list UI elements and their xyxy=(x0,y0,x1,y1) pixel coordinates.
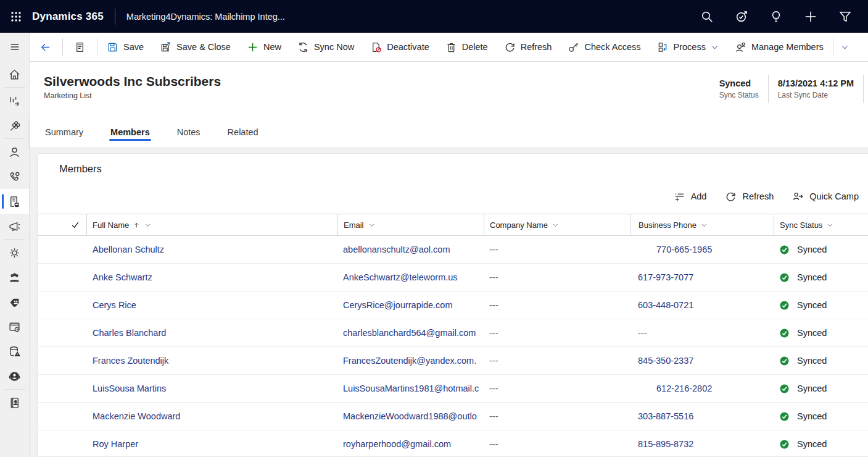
refresh-icon xyxy=(725,191,737,203)
table-row[interactable]: Abellonan Schultz abellonanschultz@aol.c… xyxy=(38,236,868,264)
column-header-email[interactable]: Email xyxy=(337,214,484,235)
member-email-link[interactable]: FrancesZoutendijk@yandex.com. xyxy=(343,356,476,366)
save-close-icon xyxy=(160,41,172,53)
check-access-button[interactable]: Check Access xyxy=(560,36,648,57)
form-selector-button[interactable] xyxy=(64,36,96,57)
sidebar-item-home[interactable] xyxy=(0,62,29,86)
member-email-link[interactable]: charlesblanchard564@gmail.com xyxy=(343,328,476,338)
lightbulb-icon[interactable] xyxy=(769,10,783,23)
table-row[interactable]: Roy Harper royharperhood@gmail.com --- 8… xyxy=(38,430,868,457)
synced-check-icon xyxy=(779,356,790,366)
save-label: Save xyxy=(123,42,144,52)
sidebar-item-audience[interactable] xyxy=(0,364,29,388)
synced-check-icon xyxy=(779,384,790,394)
tab-summary[interactable]: Summary xyxy=(44,120,85,145)
chevron-down-icon xyxy=(827,222,833,228)
member-name-link[interactable]: Mackenzie Woodward xyxy=(93,411,180,421)
sidebar-item-address-book[interactable] xyxy=(0,390,29,415)
table-row[interactable]: Charles Blanchard charlesblanchard564@gm… xyxy=(38,319,868,347)
member-name-link[interactable]: LuisSousa Martins xyxy=(93,384,166,393)
command-overflow-button[interactable] xyxy=(835,36,855,57)
sidebar-item-sync-errors[interactable] xyxy=(0,339,29,364)
header-field-last-sync-date[interactable]: 8/13/2021 4:12 PM Last Sync Date xyxy=(769,78,863,99)
column-header-sync-status[interactable]: Sync Status xyxy=(774,214,868,235)
filter-icon[interactable] xyxy=(838,10,852,23)
sync-header-label: Sync Status xyxy=(780,220,822,230)
back-button[interactable] xyxy=(30,36,61,57)
table-row[interactable]: Frances Zoutendijk FrancesZoutendijk@yan… xyxy=(38,347,868,375)
business-phone-link[interactable]: 845-350-2337 xyxy=(638,356,693,366)
new-button[interactable]: New xyxy=(239,36,289,57)
manage-members-button[interactable]: Manage Members xyxy=(727,36,832,57)
sync-status-badge: Synced xyxy=(779,245,868,255)
member-email-link[interactable]: MackenzieWoodward1988@outlo xyxy=(343,411,477,421)
deactivate-button[interactable]: Deactivate xyxy=(362,36,437,57)
tab-notes[interactable]: Notes xyxy=(176,120,202,145)
table-row[interactable]: Anke Schwartz AnkeSchwartz@teleworm.us -… xyxy=(38,264,868,291)
company-name-cell: --- xyxy=(484,384,630,393)
table-row[interactable]: LuisSousa Martins LuisSousaMartins1981@h… xyxy=(38,375,868,403)
sidebar-item-recent[interactable] xyxy=(0,88,29,113)
sidebar-item-phone-calls[interactable] xyxy=(0,164,29,189)
member-email-link[interactable]: royharperhood@gmail.com xyxy=(343,439,451,449)
last-sync-date-value: 8/13/2021 4:12 PM xyxy=(778,78,854,88)
business-phone-link[interactable]: 770-665-1965 xyxy=(656,245,712,254)
task-compass-icon[interactable] xyxy=(735,10,748,23)
table-row[interactable]: Cerys Rice CerysRice@jourrapide.com --- … xyxy=(38,291,868,319)
quick-campaign-button[interactable]: Quick Camp xyxy=(783,186,868,207)
process-button[interactable]: Process xyxy=(649,36,727,57)
app-launcher-waffle-icon[interactable] xyxy=(0,0,32,33)
member-name-link[interactable]: Roy Harper xyxy=(93,439,138,449)
member-name-link[interactable]: Abellonan Schultz xyxy=(93,245,164,254)
business-phone-link[interactable]: 603-448-0721 xyxy=(638,300,693,310)
grid-header-row: Full Name Email Company Name xyxy=(38,214,868,236)
sync-now-button[interactable]: Sync Now xyxy=(289,36,362,57)
member-email-link[interactable]: LuisSousaMartins1981@hotmail.c xyxy=(343,384,479,393)
sidebar-item-pinned[interactable] xyxy=(0,113,29,138)
add-member-button[interactable]: Add xyxy=(664,186,716,207)
sidebar-item-tags[interactable] xyxy=(0,290,29,314)
plus-icon[interactable] xyxy=(804,10,817,23)
app-name[interactable]: Marketing4Dynamics: Mailchimp Integ... xyxy=(126,12,285,22)
business-phone-link[interactable]: 612-216-2802 xyxy=(656,384,712,393)
select-all-checkbox[interactable] xyxy=(64,214,87,235)
brand-title[interactable]: Dynamics 365 xyxy=(32,10,104,23)
sidebar-item-contacts[interactable] xyxy=(0,140,29,164)
member-name-link[interactable]: Charles Blanchard xyxy=(93,328,166,338)
subgrid-refresh-button[interactable]: Refresh xyxy=(716,186,783,207)
business-phone-link[interactable]: 303-887-5516 xyxy=(638,411,693,421)
synced-check-icon xyxy=(779,439,790,450)
sidebar-item-mailchimp-members[interactable] xyxy=(0,265,29,290)
sidebar-item-sync-history[interactable] xyxy=(0,314,29,339)
form-body: Members Add Refresh Quick xyxy=(30,147,868,457)
member-email-link[interactable]: abellonanschultz@aol.com xyxy=(343,245,450,254)
refresh-button[interactable]: Refresh xyxy=(496,36,560,57)
column-header-full-name[interactable]: Full Name xyxy=(87,214,337,235)
member-email-link[interactable]: AnkeSchwartz@teleworm.us xyxy=(343,272,458,282)
delete-button[interactable]: Delete xyxy=(437,36,496,57)
save-and-close-button[interactable]: Save & Close xyxy=(152,36,239,57)
sidebar-item-marketing-lists[interactable] xyxy=(0,189,29,214)
page-title: Silverwoods Inc Subscribers xyxy=(44,74,221,89)
synced-check-icon xyxy=(779,245,790,255)
business-phone-link[interactable]: 815-895-8732 xyxy=(638,439,693,449)
sync-status-badge: Synced xyxy=(779,356,868,366)
tab-members[interactable]: Members xyxy=(109,120,151,145)
column-header-business-phone[interactable]: Business Phone xyxy=(630,214,774,235)
search-icon[interactable] xyxy=(700,10,714,23)
company-name-cell: --- xyxy=(484,411,630,421)
header-field-sync-status[interactable]: Synced Sync Status xyxy=(710,78,768,99)
member-name-link[interactable]: Cerys Rice xyxy=(93,300,136,310)
member-name-link[interactable]: Frances Zoutendijk xyxy=(93,356,168,366)
members-grid: Full Name Email Company Name xyxy=(38,214,868,457)
save-button[interactable]: Save xyxy=(99,36,152,57)
tab-related[interactable]: Related xyxy=(226,120,260,145)
member-name-link[interactable]: Anke Schwartz xyxy=(93,272,152,282)
site-map-toggle[interactable] xyxy=(0,33,30,62)
sidebar-item-settings[interactable] xyxy=(0,240,29,265)
business-phone-link[interactable]: 617-973-7077 xyxy=(638,272,693,282)
member-email-link[interactable]: CerysRice@jourrapide.com xyxy=(343,300,453,310)
column-header-company-name[interactable]: Company Name xyxy=(484,214,630,235)
sidebar-item-campaigns[interactable] xyxy=(0,214,29,238)
table-row[interactable]: Mackenzie Woodward MackenzieWoodward1988… xyxy=(38,403,868,430)
